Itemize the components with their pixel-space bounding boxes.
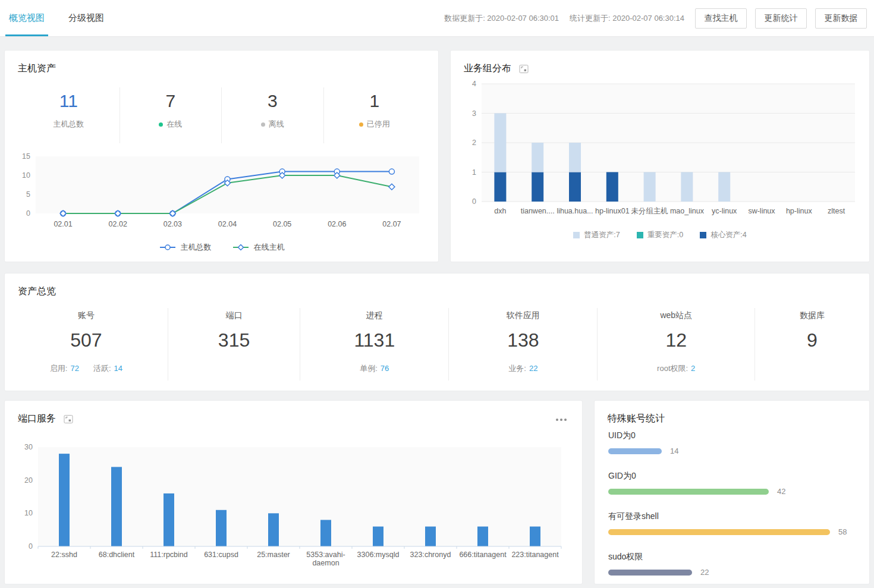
overview-subs: root权限:2	[598, 363, 754, 373]
expand-icon[interactable]	[519, 64, 529, 74]
host-stat-value: 1	[324, 91, 426, 111]
special-account-item: 有可登录shell 58	[608, 511, 856, 536]
port-services-title: 端口服务	[18, 413, 56, 425]
special-account-value: 14	[670, 446, 678, 455]
overview-sub-value[interactable]: 14	[114, 364, 122, 373]
header-buttons: 查找主机更新统计更新数据	[695, 8, 867, 29]
svg-text:02.03: 02.03	[164, 220, 182, 228]
status-dot-icon	[261, 122, 265, 127]
special-accounts-list: UID为0 14 GID为0 42 有可登录shell 58 sudo权限	[608, 430, 856, 588]
tab-hierarchy[interactable]: 分级视图	[65, 0, 108, 36]
host-stat-label: 已停用	[324, 119, 426, 130]
host-stat-label: 离线	[222, 119, 323, 130]
svg-text:02.07: 02.07	[382, 220, 401, 228]
host-stat-value[interactable]: 11	[18, 91, 120, 111]
svg-text:未分组主机: 未分组主机	[631, 207, 668, 215]
overview-label: web站点	[598, 310, 754, 321]
host-trend-chart: 05101502.0102.0202.0302.0402.0502.0602.0…	[13, 150, 429, 233]
special-account-value: 42	[777, 487, 785, 496]
legend-item[interactable]: 普通资产:7	[573, 230, 620, 240]
overview-sub-value[interactable]: 72	[70, 364, 78, 373]
svg-text:2: 2	[472, 139, 476, 147]
svg-text:0: 0	[472, 197, 476, 206]
svg-text:0: 0	[26, 209, 30, 218]
svg-text:3: 3	[472, 109, 476, 118]
special-account-item: GID为0 42	[608, 471, 856, 496]
svg-text:02.05: 02.05	[273, 220, 291, 228]
overview-col-3: 软件应用 138 业务:22	[449, 308, 598, 381]
legend-item[interactable]: 重要资产:0	[637, 230, 683, 240]
header-button-0[interactable]: 查找主机	[695, 8, 747, 29]
overview-sub-label: 业务:	[508, 364, 526, 373]
special-accounts-title: 特殊账号统计	[608, 413, 665, 425]
svg-text:111:rpcbind: 111:rpcbind	[150, 551, 188, 559]
special-account-bar	[608, 570, 692, 576]
special-accounts-card: 特殊账号统计 UID为0 14 GID为0 42 有可登录shell 58 su…	[595, 401, 869, 584]
business-groups-chart: 01234dxhtianwen....lihua.hua...hp-linux0…	[458, 79, 860, 221]
special-account-bar	[608, 489, 769, 495]
host-stat-value: 7	[120, 91, 222, 111]
overview-value: 1131	[300, 329, 448, 351]
overview-col-4: web站点 12 root权限:2	[598, 308, 755, 381]
svg-text:666:titanagent: 666:titanagent	[459, 551, 507, 559]
special-account-item: UID为0 14	[608, 430, 856, 455]
overview-sub-value[interactable]: 76	[381, 364, 389, 373]
svg-text:10: 10	[22, 171, 30, 180]
business-groups-title: 业务组分布	[464, 62, 511, 75]
svg-text:sw-linux: sw-linux	[748, 207, 775, 215]
overview-value: 9	[755, 329, 869, 351]
svg-text:4: 4	[472, 80, 476, 88]
legend-swatch-icon	[637, 232, 643, 238]
overview-sub-value[interactable]: 22	[529, 364, 537, 373]
svg-text:02.04: 02.04	[218, 220, 237, 228]
svg-text:02.01: 02.01	[54, 220, 72, 228]
view-tabs: 概览视图分级视图	[0, 0, 124, 36]
overview-subs: 启用:72活跃:14	[5, 363, 168, 373]
legend-swatch-icon	[700, 232, 706, 238]
overview-col-2: 进程 1131 单例:76	[300, 308, 449, 381]
stats-updated-text: 统计更新于: 2020-02-07 06:30:14	[570, 13, 684, 24]
overview-sub-label: 启用:	[50, 364, 68, 373]
overview-subs: 单例:76	[300, 363, 448, 373]
svg-text:tianwen....: tianwen....	[521, 207, 555, 215]
header-button-2[interactable]: 更新数据	[815, 8, 867, 29]
overview-sub-label: root权限:	[657, 364, 688, 373]
svg-text:lihua.hua...: lihua.hua...	[557, 207, 593, 215]
legend-item[interactable]: 核心资产:4	[700, 230, 746, 240]
special-account-label: sudo权限	[608, 552, 856, 562]
svg-text:30: 30	[24, 443, 33, 451]
status-dot-icon	[159, 122, 163, 127]
legend-item[interactable]: 在线主机	[232, 242, 285, 253]
special-account-item: sudo权限 22	[608, 552, 856, 577]
svg-text:3306:mysqld: 3306:mysqld	[357, 551, 400, 559]
svg-text:yc-linux: yc-linux	[712, 207, 737, 215]
svg-text:0: 0	[29, 542, 33, 551]
host-assets-card: 主机资产 11 主机总数 7 在线 3 离线 1 已停用 05101502.01…	[5, 51, 438, 262]
overview-subs: 业务:22	[449, 363, 597, 373]
overview-value: 138	[449, 329, 597, 351]
port-services-chart: 010203022:sshd68:dhclient111:rpcbind631:…	[12, 442, 571, 574]
overview-sub-label: 活跃:	[93, 364, 111, 373]
special-account-label: 有可登录shell	[608, 511, 856, 522]
special-account-bar	[608, 448, 662, 454]
business-groups-card: 业务组分布 01234dxhtianwen....lihua.hua...hp-…	[451, 51, 869, 262]
legend-marker-icon	[232, 244, 250, 251]
overview-value: 315	[168, 329, 300, 351]
host-stat: 1 已停用	[324, 87, 426, 143]
host-stats-row: 11 主机总数 7 在线 3 离线 1 已停用	[18, 87, 425, 143]
more-menu-icon[interactable]	[556, 419, 567, 421]
special-account-label: GID为0	[608, 471, 856, 482]
status-dot-icon	[359, 122, 363, 127]
asset-overview-row: 账号 507 启用:72活跃:14 端口 315 进程 1131 单例:76 软…	[5, 308, 869, 381]
legend-item[interactable]: 主机总数	[159, 242, 212, 253]
svg-text:dxh: dxh	[494, 207, 506, 215]
asset-overview-title: 资产总览	[18, 285, 56, 298]
overview-col-5: 数据库 9	[755, 308, 869, 381]
overview-sub-value[interactable]: 2	[691, 364, 695, 373]
tab-overview[interactable]: 概览视图	[5, 0, 48, 36]
overview-subs	[168, 363, 300, 373]
header-button-1[interactable]: 更新统计	[755, 8, 807, 29]
expand-icon[interactable]	[64, 414, 73, 424]
host-stat: 3 离线	[222, 87, 324, 143]
overview-value: 12	[598, 329, 754, 351]
